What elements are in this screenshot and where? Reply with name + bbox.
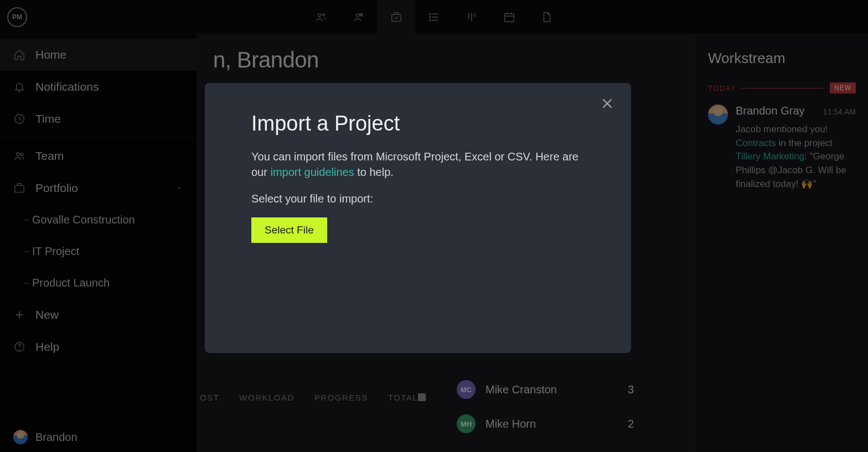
import-guidelines-link[interactable]: import guidelines	[270, 166, 354, 178]
modal-description: You can import files from Microsoft Proj…	[251, 149, 585, 180]
import-project-modal: Import a Project You can import files fr…	[205, 83, 631, 353]
modal-select-label: Select your file to import:	[251, 191, 585, 206]
select-file-button[interactable]: Select File	[251, 217, 327, 243]
modal-title: Import a Project	[251, 112, 585, 136]
close-icon[interactable]	[599, 95, 616, 112]
